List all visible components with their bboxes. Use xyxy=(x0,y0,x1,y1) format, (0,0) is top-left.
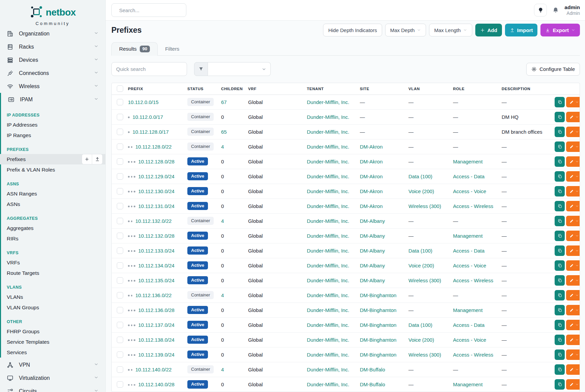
add-button[interactable]: Add xyxy=(475,24,502,36)
children-count-link[interactable]: 4 xyxy=(221,367,224,372)
prefix-link[interactable]: 10.112.140.0/28 xyxy=(138,382,175,387)
column-header-vrf[interactable]: VRF xyxy=(247,83,305,95)
role-link[interactable]: Access - Voice xyxy=(453,188,486,194)
tenant-link[interactable]: Dunder-Mifflin, Inc. xyxy=(307,144,349,150)
sidebar-item-wireless[interactable]: Wireless xyxy=(0,80,105,93)
column-header-tenant[interactable]: TENANT xyxy=(305,83,358,95)
tenant-link[interactable]: Dunder-Mifflin, Inc. xyxy=(307,188,349,194)
global-search[interactable] xyxy=(111,3,186,17)
role-link[interactable]: Access - Data xyxy=(453,322,484,328)
tenant-link[interactable]: Dunder-Mifflin, Inc. xyxy=(307,174,349,179)
prefix-link[interactable]: 10.112.130.0/24 xyxy=(138,188,175,194)
edit-button[interactable] xyxy=(566,320,580,330)
copy-button[interactable] xyxy=(555,335,565,345)
row-checkbox[interactable] xyxy=(117,337,123,343)
site-link[interactable]: DM-Albany xyxy=(360,233,385,239)
site-link[interactable]: DM-Akron xyxy=(360,174,383,179)
site-link[interactable]: DM-Albany xyxy=(360,218,385,224)
prefix-link[interactable]: 10.112.140.0/22 xyxy=(135,367,171,372)
column-header-site[interactable]: SITE xyxy=(358,83,407,95)
role-link[interactable]: Access - Wireless xyxy=(453,352,493,358)
configure-table-button[interactable]: Configure Table xyxy=(526,63,580,76)
site-link[interactable]: DM-Akron xyxy=(360,159,383,164)
sidebar-item-ip-ranges[interactable]: IP Ranges xyxy=(7,130,105,140)
edit-button[interactable] xyxy=(566,275,580,286)
filter-button[interactable] xyxy=(194,62,208,76)
sidebar-item-aggregates[interactable]: Aggregates xyxy=(7,223,105,233)
site-link[interactable]: DM-Binghamton xyxy=(360,322,396,328)
copy-button[interactable] xyxy=(555,156,565,167)
copy-button[interactable] xyxy=(555,364,565,375)
saved-filter-select[interactable] xyxy=(208,62,271,76)
prefix-link[interactable]: 10.112.132.0/28 xyxy=(138,233,175,239)
copy-button[interactable] xyxy=(555,186,565,197)
sidebar-item-route-targets[interactable]: Route Targets xyxy=(7,268,105,278)
tenant-link[interactable]: Dunder-Mifflin, Inc. xyxy=(307,352,349,358)
row-checkbox[interactable] xyxy=(117,366,123,373)
sidebar-item-vlans[interactable]: VLANs xyxy=(7,292,105,302)
role-link[interactable]: Management xyxy=(453,307,483,313)
sidebar-item-services[interactable]: Services xyxy=(7,347,105,358)
row-checkbox[interactable] xyxy=(117,114,123,120)
site-link[interactable]: DM-Binghamton xyxy=(360,352,396,358)
prefix-link[interactable]: 10.112.136.0/28 xyxy=(138,307,175,313)
row-checkbox[interactable] xyxy=(117,203,123,209)
quick-search-input[interactable] xyxy=(111,62,187,76)
copy-button[interactable] xyxy=(555,171,565,182)
children-count-link[interactable]: 4 xyxy=(221,218,224,224)
vlan-link[interactable]: Voice (200) xyxy=(408,263,434,268)
edit-button[interactable] xyxy=(566,171,580,182)
quick-import-button[interactable] xyxy=(92,154,103,164)
role-link[interactable]: Access - Voice xyxy=(453,263,486,268)
role-link[interactable]: Management xyxy=(453,159,483,164)
edit-button[interactable] xyxy=(566,141,580,152)
copy-button[interactable] xyxy=(555,260,565,271)
site-link[interactable]: DM-Albany xyxy=(360,278,385,283)
sidebar-item-prefix-vlan-roles[interactable]: Prefix & VLAN Roles xyxy=(7,164,105,175)
prefix-link[interactable]: 10.112.128.0/17 xyxy=(133,129,169,135)
copy-button[interactable] xyxy=(555,127,565,137)
row-checkbox[interactable] xyxy=(117,158,123,165)
tenant-link[interactable]: Dunder-Mifflin, Inc. xyxy=(307,263,349,268)
vlan-link[interactable]: Data (100) xyxy=(408,174,432,179)
copy-button[interactable] xyxy=(555,97,565,107)
vlan-link[interactable]: Voice (200) xyxy=(408,188,434,194)
tenant-link[interactable]: Dunder-Mifflin, Inc. xyxy=(307,248,349,254)
sidebar-item-vrfs[interactable]: VRFs xyxy=(7,257,105,268)
prefix-link[interactable]: 10.112.0.0/15 xyxy=(128,99,159,105)
tenant-link[interactable]: Dunder-Mifflin, Inc. xyxy=(307,114,349,120)
children-count-link[interactable]: 4 xyxy=(221,292,224,298)
edit-button[interactable] xyxy=(566,112,580,122)
prefix-link[interactable]: 10.112.139.0/24 xyxy=(138,352,175,358)
tenant-link[interactable]: Dunder-Mifflin, Inc. xyxy=(307,99,349,105)
prefix-link[interactable]: 10.112.136.0/22 xyxy=(135,292,171,298)
copy-button[interactable] xyxy=(555,320,565,330)
role-link[interactable]: Management xyxy=(453,233,483,239)
copy-button[interactable] xyxy=(555,305,565,315)
row-checkbox[interactable] xyxy=(117,307,123,313)
edit-button[interactable] xyxy=(566,216,580,226)
edit-button[interactable] xyxy=(566,97,580,107)
edit-button[interactable] xyxy=(566,349,580,360)
tenant-link[interactable]: Dunder-Mifflin, Inc. xyxy=(307,307,349,313)
column-header-children[interactable]: CHILDREN xyxy=(220,83,247,95)
global-search-input[interactable] xyxy=(119,7,186,13)
sidebar-item-circuits[interactable]: Circuits xyxy=(0,385,105,392)
sidebar-item-connections[interactable]: Connections xyxy=(0,67,105,80)
row-checkbox[interactable] xyxy=(117,292,123,298)
select-all-checkbox[interactable] xyxy=(117,85,123,92)
vlan-link[interactable]: Data (100) xyxy=(408,248,432,254)
row-checkbox[interactable] xyxy=(117,277,123,284)
edit-button[interactable] xyxy=(566,127,580,137)
tenant-link[interactable]: Dunder-Mifflin, Inc. xyxy=(307,129,349,135)
tenant-link[interactable]: Dunder-Mifflin, Inc. xyxy=(307,292,349,298)
sidebar-item-vlan-groups[interactable]: VLAN Groups xyxy=(7,302,105,313)
tenant-link[interactable]: Dunder-Mifflin, Inc. xyxy=(307,278,349,283)
prefix-link[interactable]: 10.112.134.0/24 xyxy=(138,263,175,268)
sidebar-item-racks[interactable]: Racks xyxy=(0,40,105,53)
row-checkbox[interactable] xyxy=(117,188,123,194)
row-checkbox[interactable] xyxy=(117,322,123,328)
edit-button[interactable] xyxy=(566,245,580,256)
row-checkbox[interactable] xyxy=(117,173,123,180)
site-link[interactable]: DM-Albany xyxy=(360,248,385,254)
